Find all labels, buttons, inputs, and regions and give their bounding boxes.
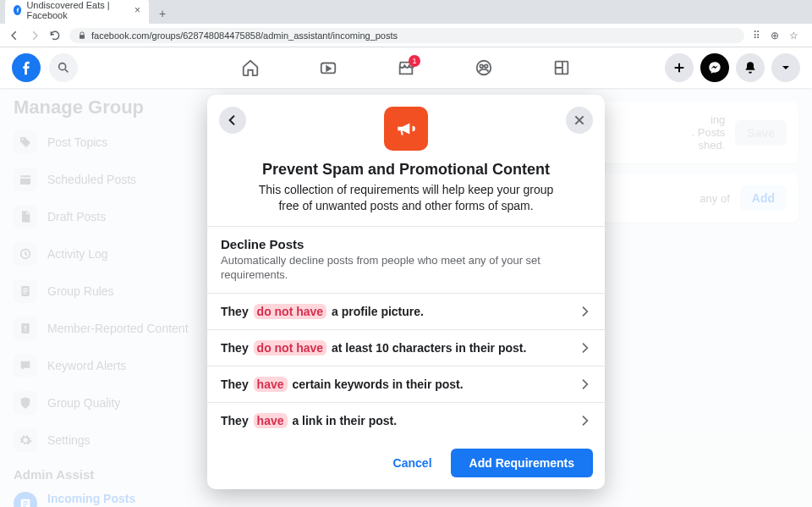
add-requirements-button[interactable]: Add Requirements <box>451 449 593 477</box>
marketplace-icon[interactable]: 1 <box>397 58 415 77</box>
forward-icon[interactable] <box>29 30 41 41</box>
decline-posts-heading: Decline Posts <box>221 237 591 251</box>
chevron-right-icon <box>578 305 591 318</box>
notifications-button[interactable] <box>736 53 765 82</box>
rule-profile-picture[interactable]: They do not have a profile picture. <box>207 293 605 329</box>
dialog-title: Prevent Spam and Promotional Content <box>219 161 593 179</box>
dialog-subtitle: This collection of requirements will hel… <box>219 182 593 226</box>
translate-icon[interactable]: ⠿ <box>753 30 760 41</box>
svg-point-0 <box>59 63 66 70</box>
tab-close-icon[interactable]: × <box>134 4 140 16</box>
address-bar[interactable]: facebook.com/groups/628748084475858/admi… <box>69 28 744 43</box>
account-menu-button[interactable] <box>771 53 800 82</box>
svg-point-2 <box>477 61 491 75</box>
modal-overlay: Prevent Spam and Promotional Content Thi… <box>0 47 812 507</box>
new-tab-button[interactable]: + <box>154 3 171 24</box>
chevron-right-icon <box>578 414 591 427</box>
facebook-favicon <box>14 5 21 15</box>
create-button[interactable] <box>665 53 694 82</box>
gaming-icon[interactable] <box>552 58 571 77</box>
cancel-button[interactable]: Cancel <box>381 449 444 477</box>
megaphone-icon <box>384 107 428 151</box>
star-icon[interactable]: ☆ <box>789 30 798 41</box>
rule-keywords[interactable]: They have certain keywords in their post… <box>207 366 605 402</box>
tab-title: Undiscovered Eats | Facebook <box>26 0 126 20</box>
browser-tab[interactable]: Undiscovered Eats | Facebook × <box>5 0 149 24</box>
rule-link[interactable]: They have a link in their post. <box>207 402 605 438</box>
reload-icon[interactable] <box>49 30 61 41</box>
home-icon[interactable] <box>241 58 260 77</box>
messenger-button[interactable] <box>700 53 729 82</box>
dialog-back-button[interactable] <box>219 107 246 134</box>
svg-point-3 <box>480 64 483 68</box>
marketplace-badge: 1 <box>409 55 420 67</box>
chevron-right-icon <box>578 341 591 355</box>
facebook-header: 1 <box>0 47 812 88</box>
watch-icon[interactable] <box>319 58 337 77</box>
facebook-logo[interactable] <box>12 53 41 82</box>
svg-point-4 <box>485 64 488 68</box>
prevent-spam-dialog: Prevent Spam and Promotional Content Thi… <box>207 95 605 489</box>
rule-min-characters[interactable]: They do not have at least 10 characters … <box>207 329 605 366</box>
search-button[interactable] <box>49 53 78 82</box>
dialog-close-button[interactable] <box>566 107 593 134</box>
url-text: facebook.com/groups/628748084475858/admi… <box>91 30 398 41</box>
groups-icon[interactable] <box>475 58 493 77</box>
decline-posts-desc: Automatically decline posts from people … <box>221 253 591 283</box>
back-icon[interactable] <box>8 30 20 41</box>
chevron-right-icon <box>578 377 591 391</box>
zoom-icon[interactable]: ⊕ <box>771 30 779 41</box>
lock-icon <box>78 31 86 40</box>
browser-chrome: Undiscovered Eats | Facebook × + faceboo… <box>0 0 812 47</box>
